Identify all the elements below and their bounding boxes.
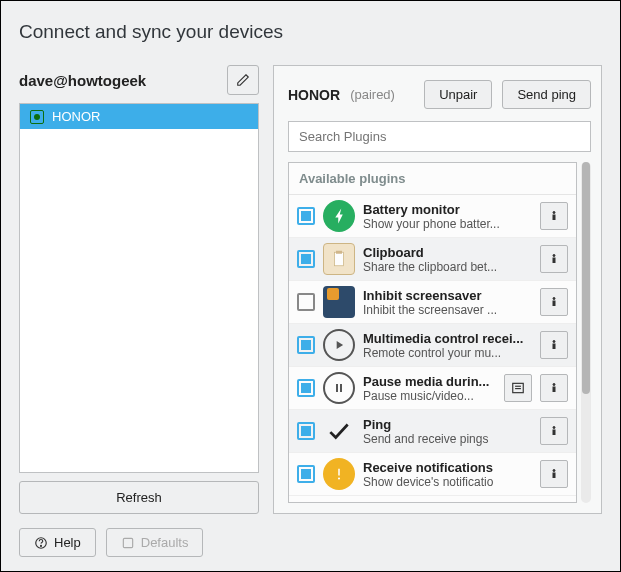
svg-marker-8 xyxy=(337,341,343,349)
edit-user-button[interactable] xyxy=(227,65,259,95)
left-panel: dave@howtogeek HONOR Refresh xyxy=(19,65,259,514)
plugin-info-button[interactable] xyxy=(540,245,568,273)
plugin-title: Multimedia control recei... xyxy=(363,331,532,346)
plugin-desc: Pause music/video... xyxy=(363,389,496,403)
plugin-row[interactable]: Receive notificationsShow device's notif… xyxy=(289,453,576,496)
unpair-button[interactable]: Unpair xyxy=(424,80,492,109)
plugin-title: Inhibit screensaver xyxy=(363,288,532,303)
plugin-checkbox[interactable] xyxy=(297,422,315,440)
plugin-row[interactable]: Pause media durin...Pause music/video... xyxy=(289,367,576,410)
plugin-info-button[interactable] xyxy=(540,417,568,445)
check-icon xyxy=(323,415,355,447)
plugin-title: Ping xyxy=(363,417,532,432)
svg-rect-6 xyxy=(553,301,555,306)
plugin-text: Battery monitorShow your phone batter... xyxy=(363,202,532,231)
device-name: HONOR xyxy=(52,109,100,124)
plugin-desc: Inhibit the screensaver ... xyxy=(363,303,532,317)
plugin-title: Battery monitor xyxy=(363,202,532,217)
svg-rect-11 xyxy=(336,384,338,392)
svg-point-23 xyxy=(553,470,555,472)
plugin-list: Battery monitorShow your phone batter...… xyxy=(289,195,576,502)
plugin-desc: Send and receive pings xyxy=(363,432,532,446)
info-icon xyxy=(548,296,560,308)
info-icon xyxy=(548,339,560,351)
plugin-row[interactable]: Multimedia control recei...Remote contro… xyxy=(289,324,576,367)
device-item-honor[interactable]: HONOR xyxy=(20,104,258,129)
plugin-desc: Share the clipboard bet... xyxy=(363,260,532,274)
help-label: Help xyxy=(54,535,81,550)
svg-rect-20 xyxy=(338,469,340,476)
device-status-icon xyxy=(30,110,44,124)
device-list[interactable]: HONOR xyxy=(19,103,259,473)
page-title: Connect and sync your devices xyxy=(19,21,602,43)
plugin-info-button[interactable] xyxy=(540,288,568,316)
svg-point-17 xyxy=(553,384,555,386)
plugin-checkbox[interactable] xyxy=(297,207,315,225)
notif-icon xyxy=(323,458,355,490)
svg-point-5 xyxy=(553,255,555,257)
plugin-info-button[interactable] xyxy=(540,331,568,359)
plugin-config-button[interactable] xyxy=(504,374,532,402)
plugin-text: Inhibit screensaverInhibit the screensav… xyxy=(363,288,532,317)
svg-point-21 xyxy=(338,477,340,479)
info-icon xyxy=(548,210,560,222)
help-button[interactable]: Help xyxy=(19,528,96,557)
help-icon xyxy=(34,536,48,550)
svg-rect-22 xyxy=(553,473,555,478)
pause-icon xyxy=(323,372,355,404)
defaults-icon xyxy=(121,536,135,550)
svg-rect-4 xyxy=(553,258,555,263)
search-plugins-input[interactable] xyxy=(288,121,591,152)
plugin-text: Pause media durin...Pause music/video... xyxy=(363,374,496,403)
play-icon xyxy=(323,329,355,361)
plugin-title: Pause media durin... xyxy=(363,374,496,389)
clip-icon xyxy=(323,243,355,275)
plugin-checkbox[interactable] xyxy=(297,250,315,268)
info-icon xyxy=(548,253,560,265)
plugin-title: Receive notifications xyxy=(363,460,532,475)
plugin-panel: Available plugins Battery monitorShow yo… xyxy=(288,162,577,503)
svg-rect-9 xyxy=(553,344,555,349)
send-ping-button[interactable]: Send ping xyxy=(502,80,591,109)
plugin-info-button[interactable] xyxy=(540,460,568,488)
plugin-checkbox[interactable] xyxy=(297,379,315,397)
plugin-title: Clipboard xyxy=(363,245,532,260)
svg-point-1 xyxy=(553,212,555,214)
plugin-row[interactable]: PingSend and receive pings xyxy=(289,410,576,453)
list-icon xyxy=(511,381,525,395)
battery-icon xyxy=(323,200,355,232)
plugin-info-button[interactable] xyxy=(540,202,568,230)
svg-point-10 xyxy=(553,341,555,343)
right-panel: HONOR (paired) Unpair Send ping Availabl… xyxy=(273,65,602,514)
plugin-checkbox[interactable] xyxy=(297,465,315,483)
defaults-button[interactable]: Defaults xyxy=(106,528,204,557)
plugin-checkbox[interactable] xyxy=(297,293,315,311)
svg-rect-2 xyxy=(335,252,344,266)
pencil-icon xyxy=(236,73,250,87)
plugin-scrollbar[interactable] xyxy=(581,162,591,503)
info-icon xyxy=(548,382,560,394)
screen-icon xyxy=(323,286,355,318)
svg-rect-16 xyxy=(553,387,555,392)
available-plugins-header: Available plugins xyxy=(289,163,576,195)
plugin-text: Receive notificationsShow device's notif… xyxy=(363,460,532,489)
user-label: dave@howtogeek xyxy=(19,72,146,89)
refresh-button[interactable]: Refresh xyxy=(19,481,259,514)
plugin-text: Multimedia control recei...Remote contro… xyxy=(363,331,532,360)
plugin-row[interactable]: Battery monitorShow your phone batter... xyxy=(289,195,576,238)
plugin-desc: Show device's notificatio xyxy=(363,475,532,489)
plugin-desc: Remote control your mu... xyxy=(363,346,532,360)
info-icon xyxy=(548,425,560,437)
svg-rect-18 xyxy=(553,430,555,435)
svg-point-19 xyxy=(553,427,555,429)
info-icon xyxy=(548,468,560,480)
plugin-info-button[interactable] xyxy=(540,374,568,402)
plugin-row[interactable]: ClipboardShare the clipboard bet... xyxy=(289,238,576,281)
paired-device-name: HONOR xyxy=(288,87,340,103)
svg-rect-12 xyxy=(340,384,342,392)
plugin-text: ClipboardShare the clipboard bet... xyxy=(363,245,532,274)
svg-point-7 xyxy=(553,298,555,300)
plugin-checkbox[interactable] xyxy=(297,336,315,354)
plugin-text: PingSend and receive pings xyxy=(363,417,532,446)
plugin-row[interactable]: Inhibit screensaverInhibit the screensav… xyxy=(289,281,576,324)
